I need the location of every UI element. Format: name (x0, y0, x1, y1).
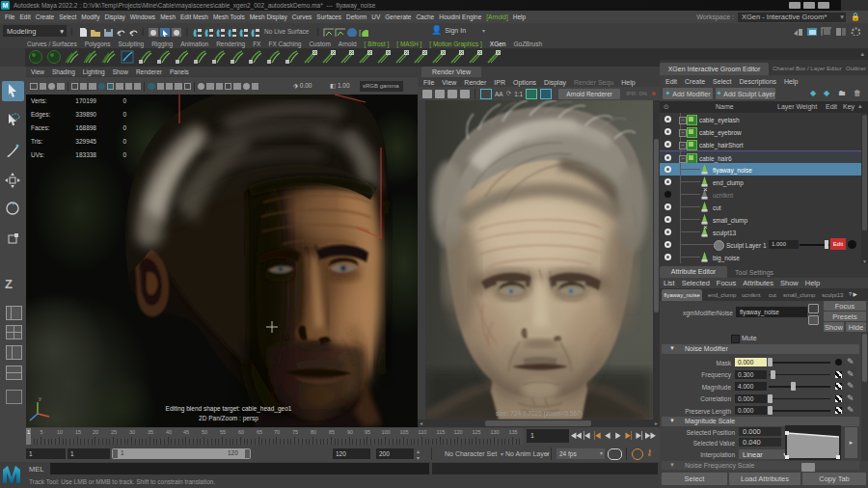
svg-text:0: 0 (122, 124, 126, 131)
svg-text:0: 0 (122, 111, 126, 118)
svg-text:168898: 168898 (75, 124, 96, 131)
svg-text:0: 0 (122, 138, 126, 145)
svg-text:Verts:: Verts: (31, 97, 47, 104)
svg-text:329945: 329945 (75, 138, 96, 145)
svg-text:[⬤]: [⬤] (359, 29, 368, 37)
svg-text:y: y (39, 395, 41, 401)
svg-text:339890: 339890 (75, 111, 96, 118)
svg-text:Faces:: Faces: (31, 124, 50, 131)
svg-text:0: 0 (122, 97, 126, 104)
svg-text:170199: 170199 (75, 97, 96, 104)
svg-text:2D Pan/Zoom : persp: 2D Pan/Zoom : persp (199, 415, 258, 422)
svg-text:183338: 183338 (75, 151, 96, 158)
svg-text:size: 724 0.7026 (zoom=0.567): size: 724 0.7026 (zoom=0.567) (496, 410, 583, 418)
svg-text:Tris:: Tris: (31, 138, 43, 145)
svg-text:Edges:: Edges: (31, 111, 50, 119)
svg-text:0: 0 (122, 151, 126, 158)
svg-text:UVs:: UVs: (31, 151, 44, 158)
svg-text:Editing blend shape target: ca: Editing blend shape target: cable_head_g… (166, 405, 292, 413)
